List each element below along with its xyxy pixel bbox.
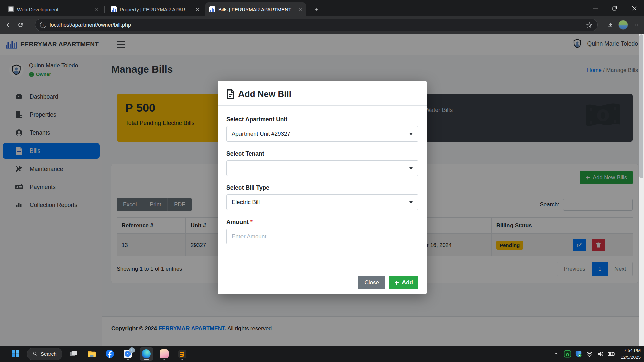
tray-chevron-icon[interactable] xyxy=(552,350,561,358)
facebook-button[interactable] xyxy=(103,347,117,361)
tab-close-icon[interactable] xyxy=(195,7,200,12)
bill-file-icon xyxy=(226,89,235,99)
browser-toolbar: i localhost/apartment/owner/bill.php xyxy=(0,16,644,34)
windows-taskbar: Search xyxy=(0,346,644,362)
messenger-button[interactable]: 1 xyxy=(121,347,135,361)
folder-icon xyxy=(87,349,96,358)
edge-browser-button[interactable] xyxy=(140,347,153,361)
browser-tab-bar: Web Development Property | FERRYMAR APAR… xyxy=(0,0,644,16)
taskbar-search[interactable]: Search xyxy=(27,348,62,360)
unit-select-label: Select Apartment Unit xyxy=(226,116,418,123)
close-button[interactable]: Close xyxy=(358,276,385,289)
taskbar-search-label: Search xyxy=(41,351,57,357)
address-bar[interactable]: i localhost/apartment/owner/bill.php xyxy=(35,19,598,31)
site-info-icon[interactable]: i xyxy=(40,22,46,28)
new-tab-button[interactable] xyxy=(312,5,321,14)
windows-logo-icon xyxy=(11,350,20,358)
scrollbar-thumb[interactable] xyxy=(639,34,643,178)
tab-close-icon[interactable] xyxy=(94,7,99,12)
amount-input[interactable] xyxy=(226,229,418,244)
messenger-badge: 1 xyxy=(129,347,135,353)
modal-footer: Close Add xyxy=(218,271,427,294)
pinned-app-avatar-button[interactable] xyxy=(158,347,171,361)
tray-wifi-icon[interactable] xyxy=(585,350,594,358)
window-minimize-button[interactable] xyxy=(586,0,605,16)
tab-close-icon[interactable] xyxy=(297,7,303,12)
add-label: Add xyxy=(402,279,413,286)
task-view-button[interactable] xyxy=(67,347,80,361)
modal-body: Select Apartment Unit Apartment Unit #29… xyxy=(218,106,427,244)
amount-label: Amount* xyxy=(226,219,418,226)
url-text[interactable]: localhost/apartment/owner/bill.php xyxy=(50,22,586,28)
amount-label-text: Amount xyxy=(226,219,249,225)
plus-icon xyxy=(394,280,399,285)
browser-tab-property[interactable]: Property | FERRYMAR APARTMENT xyxy=(107,2,203,16)
sublime-icon xyxy=(178,350,187,358)
browser-profile-avatar[interactable] xyxy=(618,20,628,30)
close-label: Close xyxy=(364,279,379,286)
edge-icon xyxy=(142,349,151,358)
browser-menu-icon[interactable] xyxy=(630,19,641,31)
browser-tab-bills-active[interactable]: Bills | FERRYMAR APARTMENT xyxy=(205,2,306,16)
screen: Web Development Property | FERRYMAR APAR… xyxy=(0,0,644,362)
tab-title: Bills | FERRYMAR APARTMENT xyxy=(218,7,294,12)
start-button[interactable] xyxy=(9,347,22,361)
refresh-icon[interactable] xyxy=(15,19,26,31)
modal-title: Add New Bill xyxy=(238,89,291,99)
back-icon[interactable] xyxy=(3,19,15,31)
tray-volume-icon[interactable] xyxy=(596,350,605,358)
window-close-button[interactable] xyxy=(625,0,644,16)
tab-favicon-chart xyxy=(111,6,117,12)
tab-title: Web Development xyxy=(17,7,91,12)
tab-divider xyxy=(104,6,105,13)
bill-type-select-label: Select Bill Type xyxy=(226,184,418,191)
bill-type-value: Electric Bill xyxy=(232,199,260,206)
file-explorer-button[interactable] xyxy=(85,347,99,361)
clock-date: 12/5/2025 xyxy=(621,354,641,361)
tenant-select-label: Select Tenant xyxy=(226,150,418,157)
tray-green-app-icon[interactable] xyxy=(563,350,572,358)
tray-battery-icon[interactable] xyxy=(607,350,616,358)
modal-header: Add New Bill xyxy=(218,81,427,106)
add-button[interactable]: Add xyxy=(389,276,418,289)
taskbar-clock[interactable]: 7:54 PM 12/5/2025 xyxy=(621,347,641,360)
apartment-unit-value: Apartment Unit #29327 xyxy=(232,131,290,137)
downloads-icon[interactable] xyxy=(605,19,616,31)
bill-type-select[interactable]: Electric Bill xyxy=(226,194,418,210)
window-restore-button[interactable] xyxy=(605,0,625,16)
tab-favicon-chart xyxy=(209,6,215,12)
task-view-icon xyxy=(69,350,78,358)
tab-favicon xyxy=(8,6,14,12)
tenant-select[interactable] xyxy=(226,160,418,176)
page-scrollbar[interactable] xyxy=(639,34,644,346)
facebook-icon xyxy=(105,349,114,358)
add-new-bill-modal: Add New Bill Select Apartment Unit Apart… xyxy=(218,81,427,294)
clock-time: 7:54 PM xyxy=(621,347,641,354)
web-page: Quinn Marie Toledo FERRYMAR APARTMENT xyxy=(0,34,644,346)
bookmark-star-icon[interactable] xyxy=(586,22,593,28)
sublime-text-button[interactable] xyxy=(176,347,189,361)
apartment-unit-select[interactable]: Apartment Unit #29327 xyxy=(226,126,418,142)
tab-title: Property | FERRYMAR APARTMENT xyxy=(120,7,192,12)
tray-security-shield-icon[interactable] xyxy=(574,350,583,358)
search-icon xyxy=(33,351,38,356)
required-asterisk: * xyxy=(250,219,253,225)
browser-tab-web-development[interactable]: Web Development xyxy=(4,2,103,16)
avatar-app-icon xyxy=(160,349,169,358)
